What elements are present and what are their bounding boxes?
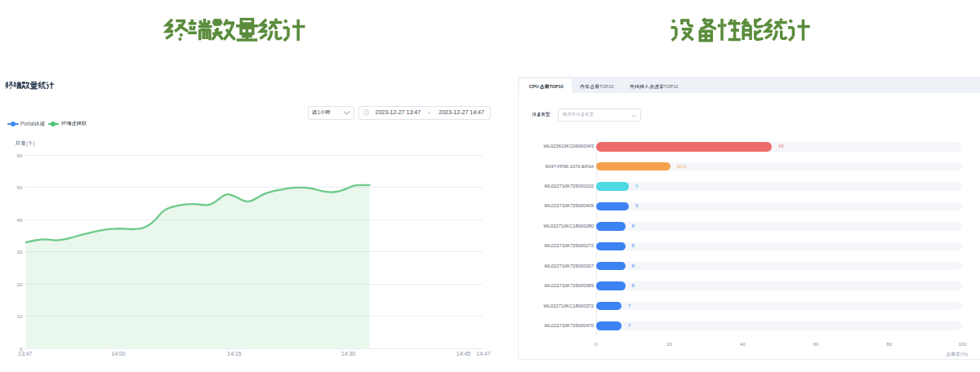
- svg-text:CPU: CPU: [529, 85, 539, 90]
- svg-text:(%): (%): [960, 352, 968, 357]
- svg-text:TOP10: TOP10: [599, 85, 613, 90]
- svg-text:TOP10: TOP10: [664, 85, 678, 90]
- svg-text:TOP10: TOP10: [550, 85, 564, 90]
